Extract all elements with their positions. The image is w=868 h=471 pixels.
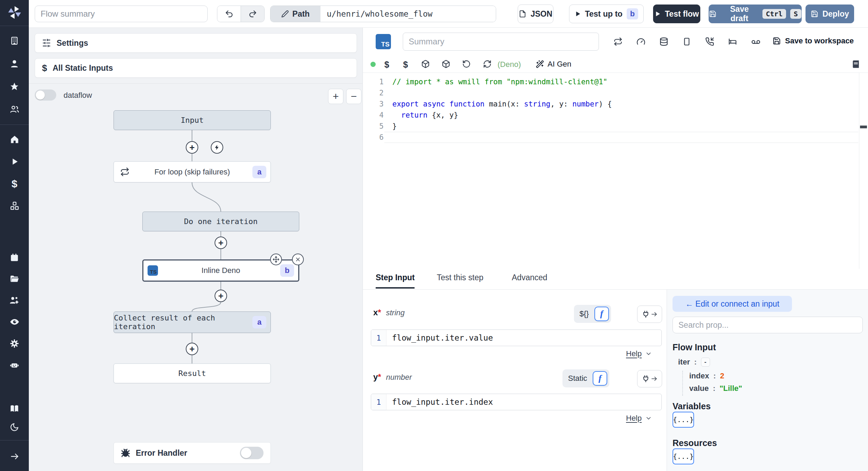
move-step-button[interactable]: [270, 254, 282, 265]
y-mode-static[interactable]: Static: [565, 374, 591, 383]
y-connect-plug-button[interactable]: [637, 370, 662, 387]
zoom-in-button[interactable]: +: [328, 89, 343, 104]
json-button[interactable]: JSON: [518, 5, 553, 23]
sidebar-item-folders[interactable]: [0, 270, 29, 288]
code-line: return {x, y}: [392, 110, 458, 121]
node-flow-input[interactable]: Input: [114, 110, 271, 130]
trigger-bolt-button[interactable]: [211, 141, 223, 154]
x-mode-javascript[interactable]: f: [594, 307, 609, 321]
suspend-phone-icon[interactable]: [705, 37, 714, 46]
path-label: Path: [292, 9, 310, 19]
add-step-button[interactable]: +: [215, 290, 227, 302]
x-mode-template[interactable]: ${}: [576, 309, 592, 318]
node-inline-deno[interactable]: TS Inline Deno b: [142, 259, 299, 282]
add-step-button[interactable]: +: [186, 343, 198, 355]
variables-dollar-icon[interactable]: $: [384, 60, 389, 70]
x-help-link[interactable]: Help: [626, 349, 652, 358]
sidebar-item-audit-logs[interactable]: [0, 313, 29, 331]
all-static-inputs-button[interactable]: $ All Static Inputs: [35, 58, 357, 78]
connect-input-panel: ← Edit or connect an input Flow Input it…: [667, 290, 868, 471]
y-help-link[interactable]: Help: [626, 414, 652, 423]
flow-settings-button[interactable]: Settings: [35, 33, 357, 53]
sidebar-item-user[interactable]: [0, 54, 29, 72]
wand-icon: [536, 60, 544, 68]
language-hint[interactable]: (Deno): [498, 60, 521, 69]
sidebar-item-groups[interactable]: [0, 100, 29, 118]
y-expression-editor[interactable]: 1 flow_input.iter.index: [371, 394, 662, 410]
colon: :: [694, 358, 696, 367]
toggle-knob: [241, 448, 251, 458]
save-icon: [773, 37, 781, 45]
redo-button[interactable]: [241, 6, 264, 22]
resources-object-button[interactable]: {...}: [673, 448, 694, 464]
search-prop-input[interactable]: [673, 317, 863, 333]
save-icon: [811, 10, 818, 18]
node-do-one-iteration[interactable]: Do one iteration: [142, 212, 299, 231]
sidebar-item-ai[interactable]: [0, 356, 29, 374]
add-step-button[interactable]: +: [215, 237, 227, 249]
delete-step-button[interactable]: [292, 254, 304, 265]
sidebar-item-workspace[interactable]: [0, 32, 29, 50]
sleep-bed-icon[interactable]: [728, 37, 737, 46]
save-draft-button[interactable]: Save draft Ctrl S: [709, 5, 802, 23]
error-handler-toggle[interactable]: [240, 447, 264, 459]
sidebar-item-dark-mode[interactable]: [0, 418, 29, 436]
retries-icon[interactable]: [614, 37, 623, 46]
path-addon[interactable]: Path: [270, 6, 320, 22]
x-expression-editor[interactable]: 1 flow_input.iter.value: [371, 329, 662, 346]
collapse-button[interactable]: -: [701, 358, 710, 367]
reload-refresh-icon[interactable]: [483, 60, 492, 68]
edit-or-connect-button[interactable]: ← Edit or connect an input: [673, 296, 792, 312]
mock-voicemail-icon[interactable]: [751, 37, 761, 47]
code-editor[interactable]: 1 2 3 4 5 6 // import * as wmill from "n…: [363, 73, 868, 269]
overview-ruler-cursor[interactable]: [860, 126, 867, 128]
sidebar-item-resources[interactable]: [0, 197, 29, 215]
early-stop-gauge-icon[interactable]: [636, 37, 645, 46]
sidebar-item-variables[interactable]: $: [0, 175, 29, 193]
cache-database-icon[interactable]: [659, 37, 668, 46]
reset-rotate-ccw-icon[interactable]: [462, 60, 471, 68]
test-flow-button[interactable]: Test flow: [653, 5, 700, 23]
path-value-input[interactable]: u/henri/wholesome_flow: [320, 6, 496, 22]
windmill-logo-icon[interactable]: [7, 5, 22, 22]
add-step-button[interactable]: +: [186, 141, 198, 154]
tab-test-this-step[interactable]: Test this step: [437, 273, 483, 287]
code-line: // import * as wmill from "npm:windmill-…: [392, 76, 608, 87]
step-summary-input[interactable]: [403, 33, 599, 51]
tree-row-index[interactable]: index : 2: [689, 371, 724, 380]
undo-button[interactable]: [217, 6, 241, 22]
sidebar-expand-button[interactable]: [0, 447, 29, 465]
resources-title: Resources: [673, 438, 717, 448]
zoom-out-button[interactable]: −: [346, 89, 361, 104]
tree-row-iter[interactable]: iter : -: [678, 358, 710, 367]
concurrency-icon[interactable]: [682, 37, 691, 46]
deploy-button[interactable]: Deploy: [806, 5, 854, 23]
sidebar-item-settings[interactable]: [0, 334, 29, 352]
sidebar-item-workers[interactable]: [0, 291, 29, 309]
package-icon[interactable]: [421, 60, 430, 68]
tree-row-value[interactable]: value : "Lille": [689, 384, 742, 393]
resources-dollar-icon[interactable]: $: [403, 60, 408, 70]
ai-gen-button[interactable]: AI Gen: [536, 60, 571, 69]
package-icon[interactable]: [442, 60, 450, 68]
x-connect-plug-button[interactable]: [637, 306, 662, 323]
sidebar-item-runs[interactable]: [0, 153, 29, 171]
dataflow-toggle[interactable]: [35, 89, 56, 101]
flow-summary-input[interactable]: [35, 6, 208, 22]
tab-advanced[interactable]: Advanced: [512, 273, 547, 287]
node-for-loop[interactable]: For loop (skip failures) a: [114, 161, 271, 182]
node-result[interactable]: Result: [114, 363, 271, 383]
node-collect-result[interactable]: Collect result of each iteration a: [114, 311, 271, 333]
sidebar-item-docs[interactable]: [0, 399, 29, 417]
sidebar-item-home[interactable]: [0, 130, 29, 148]
tab-step-input[interactable]: Step Input: [376, 273, 415, 289]
test-up-to-button[interactable]: Test up to b: [569, 5, 644, 23]
y-mode-javascript[interactable]: f: [593, 371, 607, 386]
path-field: Path u/henri/wholesome_flow: [270, 6, 496, 22]
variables-object-button[interactable]: {...}: [673, 412, 694, 428]
sidebar-item-favorites[interactable]: [0, 77, 29, 95]
library-book-icon[interactable]: [851, 60, 860, 70]
sidebar-item-schedules[interactable]: [0, 248, 29, 266]
node-label: Collect result of each iteration: [114, 314, 251, 331]
save-to-workspace-button[interactable]: Save to workspace: [773, 36, 854, 45]
